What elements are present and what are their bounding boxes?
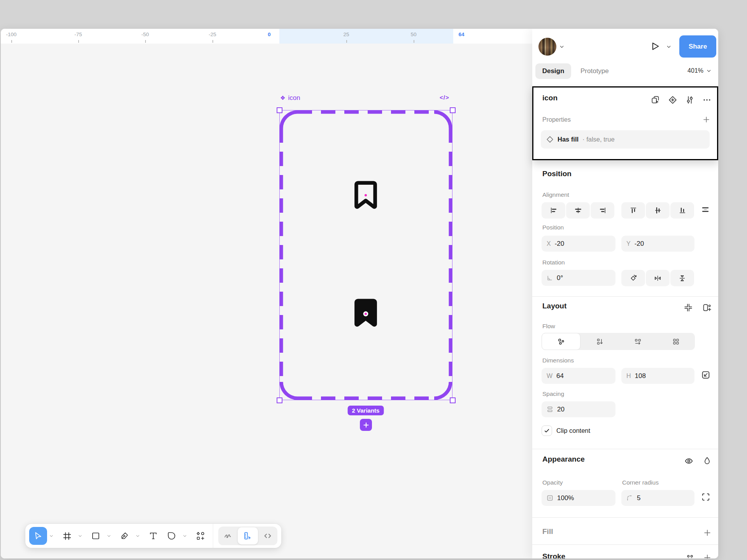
selection-handle-top-right[interactable] [450, 107, 456, 113]
y-position-input[interactable]: Y -20 [621, 236, 694, 252]
align-bottom-button[interactable] [670, 202, 694, 219]
variant-anchor-dot [365, 194, 367, 196]
more-options-button[interactable] [702, 95, 712, 105]
tab-design[interactable]: Design [535, 63, 571, 79]
blend-mode-button[interactable] [703, 457, 711, 465]
selection-handle-top-left[interactable] [277, 107, 282, 113]
opacity-checker-icon [547, 495, 553, 501]
height-input[interactable]: H 108 [621, 368, 694, 384]
move-tool-menu[interactable] [47, 527, 55, 545]
flow-freeform-option[interactable] [542, 333, 580, 350]
spacing-input[interactable]: 20 [542, 401, 615, 417]
variants-count-badge[interactable]: 2 Variants [348, 406, 384, 415]
pen-tools-menu[interactable] [134, 527, 142, 545]
selection-handle-bottom-right[interactable] [450, 397, 456, 403]
opacity-input[interactable]: 100% [542, 490, 615, 506]
rectangle-tool[interactable] [87, 527, 105, 545]
dev-mode-button[interactable] [259, 527, 277, 544]
pen-tool[interactable] [116, 527, 133, 545]
rotate-button[interactable] [621, 270, 645, 286]
align-left-button[interactable] [542, 202, 565, 219]
frame-plus-icon [703, 303, 711, 312]
comment-tool-menu[interactable] [181, 527, 189, 545]
selection-handle-bottom-left[interactable] [277, 397, 282, 403]
plus-icon [703, 529, 711, 537]
design-canvas[interactable] [1, 44, 532, 558]
independent-corners-icon [701, 492, 710, 502]
frame-tool[interactable] [58, 527, 76, 545]
align-top-button[interactable] [621, 202, 645, 219]
diamond-plus-icon [668, 96, 677, 104]
plus-icon [703, 554, 711, 558]
shrink-to-fit-button[interactable] [684, 303, 693, 312]
flow-vertical-option[interactable] [580, 333, 619, 350]
width-input[interactable]: W 64 [542, 368, 615, 384]
stroke-styles-button[interactable] [686, 554, 694, 558]
layout-heading: Layout [542, 302, 566, 310]
add-fill-button[interactable] [703, 529, 711, 537]
draw-mode-button[interactable] [219, 527, 237, 544]
more-icon [703, 96, 711, 104]
fill-heading: Fill [542, 527, 553, 536]
has-fill-property-row[interactable]: Has fill · false, true [541, 130, 710, 149]
component-set-label[interactable]: ❖ icon [280, 94, 300, 102]
independent-corners-button[interactable] [701, 492, 710, 502]
share-button[interactable]: Share [679, 35, 716, 58]
rotation-input[interactable]: 0° [542, 270, 615, 286]
move-tool[interactable] [29, 527, 47, 545]
ruler-tick-label-selected: 0 [268, 32, 271, 37]
flip-horizontal-icon [654, 275, 661, 282]
ruler-tick-label-selected: 64 [458, 32, 464, 37]
mode-switcher [218, 527, 277, 545]
pen-icon [120, 531, 129, 541]
chevron-down-icon [107, 534, 111, 538]
zoom-control[interactable]: 401% [687, 67, 711, 74]
present-menu-chevron[interactable] [666, 44, 671, 49]
ruler-tick-label: -25 [209, 32, 216, 37]
plus-icon [363, 422, 369, 428]
ruler-tickmark [78, 40, 79, 43]
plus-icon [703, 116, 710, 123]
chevron-down-icon [666, 44, 671, 49]
flip-vertical-button[interactable] [670, 270, 694, 286]
add-auto-layout-button[interactable] [703, 303, 711, 312]
chevron-down-icon [183, 534, 187, 538]
scribble-icon [223, 531, 233, 541]
align-vertical-center-button[interactable] [646, 202, 670, 219]
corner-radius-input[interactable]: 5 [621, 490, 694, 506]
x-position-input[interactable]: X -20 [542, 236, 615, 252]
present-button[interactable] [648, 40, 661, 53]
add-property-button[interactable] [701, 115, 711, 124]
constrain-proportions-button[interactable] [701, 370, 710, 380]
comment-tool[interactable] [163, 527, 181, 545]
avatar[interactable] [538, 38, 556, 56]
tab-prototype[interactable]: Prototype [580, 67, 609, 75]
align-right-button[interactable] [591, 202, 614, 219]
ruler-tick-label: -50 [141, 32, 149, 37]
flow-grid-option[interactable] [657, 333, 695, 350]
frame-tool-menu[interactable] [76, 527, 84, 545]
avatar-menu-chevron[interactable] [559, 44, 564, 49]
actions-tool[interactable] [191, 527, 209, 545]
design-mode-button[interactable] [238, 527, 258, 544]
flip-horizontal-button[interactable] [646, 270, 670, 286]
dev-resource-icon[interactable]: </> [440, 94, 449, 101]
align-left-icon [550, 207, 557, 214]
shape-tools-menu[interactable] [105, 527, 113, 545]
apply-variable-button[interactable] [668, 95, 677, 105]
align-horizontal-center-button[interactable] [566, 202, 590, 219]
ruler-tickmark [145, 40, 146, 43]
visibility-button[interactable] [684, 457, 693, 466]
add-stroke-button[interactable] [703, 554, 711, 558]
add-variant-button[interactable] [360, 419, 372, 431]
component-set-dashed-border [279, 110, 452, 400]
adjust-settings-button[interactable] [685, 95, 694, 105]
property-name: Has fill [558, 136, 579, 143]
flow-horizontal-option[interactable] [619, 333, 657, 350]
copy-properties-button[interactable] [651, 95, 660, 105]
flow-label: Flow [542, 323, 555, 330]
text-tool[interactable] [144, 527, 162, 545]
eye-icon [684, 457, 693, 466]
clip-content-checkbox[interactable] [542, 425, 552, 436]
tidy-up-button[interactable] [701, 205, 710, 214]
